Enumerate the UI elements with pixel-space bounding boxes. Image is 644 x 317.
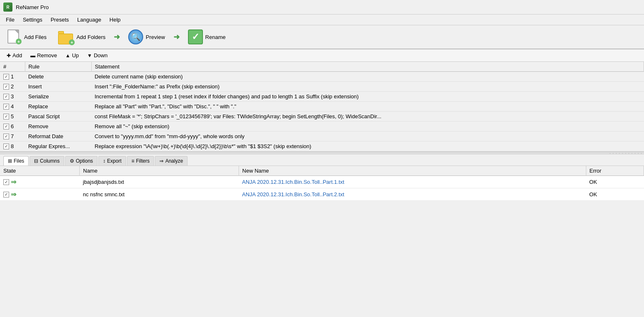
col-header-rule: Rule	[25, 62, 91, 72]
tab-analyze[interactable]: ⇒ Analyze	[155, 156, 188, 166]
rename-button[interactable]: Rename	[185, 28, 229, 46]
rule-name-cell: Regular Expres...	[25, 141, 91, 151]
rule-checkbox[interactable]: ✓	[3, 134, 9, 139]
rule-number: 5	[11, 113, 14, 119]
arrow-icon-1: ➜	[114, 32, 120, 41]
col-header-statement: Statement	[91, 62, 644, 72]
rule-name-cell: Pascal Script	[25, 112, 91, 122]
remove-rule-label: Remove	[37, 52, 57, 59]
remove-rule-button[interactable]: ▬ Remove	[27, 51, 60, 60]
rule-num-cell: ✓ 5	[0, 112, 25, 122]
menu-language[interactable]: Language	[73, 15, 105, 24]
tab-filters[interactable]: ≡ Filters	[127, 156, 154, 166]
preview-label: Preview	[146, 34, 165, 40]
toolbar: + Add Files + Add Folders ➜ Preview ➜ Re…	[0, 25, 644, 49]
rule-checkbox[interactable]: ✓	[3, 144, 9, 149]
rule-checkbox[interactable]: ✓	[3, 74, 9, 80]
file-name-cell: jbajsdjbanjsds.txt	[80, 176, 239, 188]
rules-table-container: # Rule Statement ✓ 1 Delete Delete curre…	[0, 62, 644, 152]
file-newname-cell: ANJA 2020.12.31.Ich.Bin.So.Toll..Part.2.…	[239, 188, 586, 201]
add-folders-icon: +	[58, 29, 74, 44]
col-header-name: Name	[80, 166, 239, 176]
rule-num-cell: ✓ 4	[0, 102, 25, 112]
rule-statement-cell: Replace all "Part" with "Part.", "Disc" …	[91, 102, 644, 112]
rule-num-cell: ✓ 1	[0, 72, 25, 82]
up-rule-button[interactable]: ▲ Up	[62, 51, 83, 60]
table-row[interactable]: ✓ 4 Replace Replace all "Part" with "Par…	[0, 102, 644, 112]
menubar: File Settings Presets Language Help	[0, 15, 644, 25]
rule-checkbox[interactable]: ✓	[3, 114, 9, 119]
rule-name-cell: Delete	[25, 72, 91, 82]
add-rule-button[interactable]: ✚ Add	[3, 51, 25, 60]
file-status: OK	[589, 179, 597, 185]
rule-statement-cell: Replace expression "\A(\w+)\b(.+)\b(\d{4…	[91, 141, 644, 151]
rename-icon	[188, 29, 203, 44]
col-header-state: State	[0, 166, 80, 176]
file-status: OK	[589, 191, 597, 198]
rename-label: Rename	[205, 34, 226, 40]
rule-number: 7	[11, 133, 14, 139]
rule-statement-cell: Convert to "yyyy.mm.dd" from "mm-dd-yyyy…	[91, 132, 644, 141]
file-new-name-link[interactable]: ANJA 2020.12.31.Ich.Bin.So.Toll..Part.2.…	[242, 191, 344, 198]
table-row[interactable]: ✓ 5 Pascal Script const FileMask = '*'; …	[0, 112, 644, 122]
menu-settings[interactable]: Settings	[19, 15, 46, 24]
rule-num-cell: ✓ 7	[0, 132, 25, 141]
rule-number: 4	[11, 103, 14, 110]
rules-table-body: ✓ 1 Delete Delete current name (skip ext…	[0, 72, 644, 151]
rule-num-cell: ✓ 2	[0, 82, 25, 92]
file-error-cell: OK	[586, 176, 644, 188]
app-title: ReNamer Pro	[16, 4, 49, 10]
rule-checkbox[interactable]: ✓	[3, 84, 9, 90]
tab-export[interactable]: ↕ Export	[98, 156, 126, 166]
file-arrow-icon: ⇒	[11, 178, 16, 186]
rule-checkbox[interactable]: ✓	[3, 124, 9, 129]
resize-dots: · · · · · · · · · · ·	[610, 151, 642, 156]
rule-statement-cell: Remove all "~" (skip extension)	[91, 122, 644, 132]
file-state-cell: ✓ ⇒	[0, 188, 80, 201]
file-checkbox[interactable]: ✓	[3, 179, 9, 185]
titlebar: R ReNamer Pro	[0, 0, 644, 15]
col-header-num: #	[0, 62, 25, 72]
tab-columns[interactable]: ⊟ Columns	[29, 156, 64, 166]
rule-name-cell: Insert	[25, 82, 91, 92]
add-rule-icon: ✚	[7, 53, 11, 59]
down-rule-button[interactable]: ▼ Down	[84, 51, 111, 60]
add-folders-button[interactable]: + Add Folders	[55, 28, 109, 46]
down-rule-icon: ▼	[87, 53, 92, 59]
table-row[interactable]: ✓ 6 Remove Remove all "~" (skip extensio…	[0, 122, 644, 132]
preview-button[interactable]: Preview	[125, 28, 168, 46]
rule-num-cell: ✓ 6	[0, 122, 25, 132]
menu-help[interactable]: Help	[105, 15, 125, 24]
file-name-cell: nc nsfnc smnc.txt	[80, 188, 239, 201]
file-checkbox[interactable]: ✓	[3, 192, 9, 198]
tab-files-label: Files	[14, 158, 24, 164]
files-table-container: State Name New Name Error ✓ ⇒ jbajsdjban…	[0, 166, 644, 201]
table-row[interactable]: ✓ 1 Delete Delete current name (skip ext…	[0, 72, 644, 82]
rule-checkbox[interactable]: ✓	[3, 94, 9, 100]
tab-analyze-label: Analyze	[165, 158, 183, 164]
menu-file[interactable]: File	[2, 15, 19, 24]
rule-number: 6	[11, 123, 14, 129]
rules-toolbar: ✚ Add ▬ Remove ▲ Up ▼ Down	[0, 49, 644, 62]
table-row[interactable]: ✓ ⇒ nc nsfnc smnc.txt ANJA 2020.12.31.Ic…	[0, 188, 644, 201]
preview-icon	[128, 29, 143, 44]
table-row[interactable]: ✓ 8 Regular Expres... Replace expression…	[0, 141, 644, 151]
table-row[interactable]: ✓ ⇒ jbajsdjbanjsds.txt ANJA 2020.12.31.I…	[0, 176, 644, 188]
tab-files[interactable]: ⊞ Files	[3, 156, 29, 166]
col-header-newname: New Name	[239, 166, 586, 176]
rule-statement-cell: const FileMask = '*'; StripChars = '_012…	[91, 112, 644, 122]
table-row[interactable]: ✓ 2 Insert Insert ":File_FolderName:" as…	[0, 82, 644, 92]
rules-table: # Rule Statement ✓ 1 Delete Delete curre…	[0, 62, 644, 151]
menu-presets[interactable]: Presets	[46, 15, 73, 24]
bottom-tabs: ⊞ Files ⊟ Columns ⚙ Options ↕ Export ≡ F…	[0, 154, 644, 166]
table-row[interactable]: ✓ 3 Serialize Incremental from 1 repeat …	[0, 92, 644, 102]
tab-options[interactable]: ⚙ Options	[65, 156, 98, 166]
table-row[interactable]: ✓ 7 Reformat Date Convert to "yyyy.mm.dd…	[0, 132, 644, 141]
rule-number: 1	[11, 73, 14, 80]
rule-checkbox[interactable]: ✓	[3, 104, 9, 110]
rule-statement-cell: Incremental from 1 repeat 1 step 1 (rese…	[91, 92, 644, 102]
rule-number: 8	[11, 143, 14, 149]
add-files-button[interactable]: + Add Files	[3, 28, 50, 46]
rule-statement-cell: Insert ":File_FolderName:" as Prefix (sk…	[91, 82, 644, 92]
file-new-name-link[interactable]: ANJA 2020.12.31.Ich.Bin.So.Toll..Part.1.…	[242, 179, 344, 185]
